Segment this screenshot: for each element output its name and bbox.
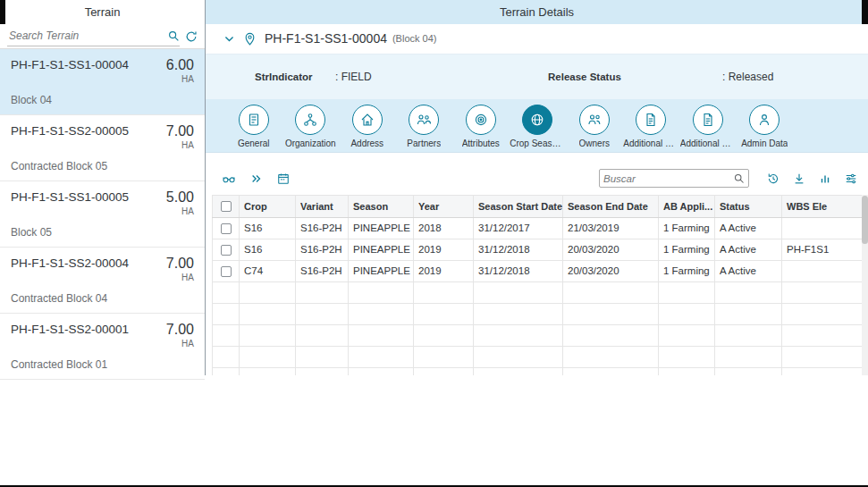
table-cell: 1 Farming — [659, 217, 715, 239]
column-header[interactable]: Season — [349, 195, 414, 217]
terrain-subtitle: Contracted Block 01 — [11, 358, 194, 371]
row-checkbox[interactable] — [221, 223, 232, 234]
terrain-id: PH-F1-S1-SS2-00005 — [11, 124, 129, 138]
glasses-button[interactable] — [222, 172, 236, 186]
map-pin-icon — [243, 32, 257, 46]
terrain-search-input[interactable] — [7, 29, 168, 42]
icon-tab-bar: GeneralOrganizationAddressPartnersAttrib… — [206, 99, 868, 153]
table-cell: 2019 — [414, 260, 474, 281]
column-header[interactable]: AB Appli... — [659, 195, 715, 217]
terrain-search-row — [0, 24, 205, 49]
terrain-id: PH-F1-S1-SS2-00001 — [11, 323, 129, 336]
tab-label: Owners — [579, 139, 610, 148]
tab-organization[interactable]: Organization — [282, 105, 340, 148]
search-icon[interactable] — [168, 30, 180, 42]
tab-owners[interactable]: Owners — [566, 105, 623, 148]
details-header: Terrain Details — [206, 0, 868, 24]
personalize-button[interactable] — [845, 172, 857, 185]
empty-row — [213, 346, 868, 367]
terrain-id: PH-F1-S1-SS1-00005 — [11, 190, 129, 204]
empty-row — [213, 367, 868, 375]
table-cell: 2019 — [414, 239, 474, 260]
terrain-search-field — [7, 27, 180, 46]
column-header[interactable]: Season End Date — [563, 195, 659, 217]
table-row[interactable]: S16S16-P2HPINEAPPLE201831/12/201721/03/2… — [213, 217, 868, 239]
row-checkbox[interactable] — [221, 266, 232, 277]
vertical-scrollbar[interactable] — [862, 195, 868, 375]
chevron-down-icon[interactable] — [223, 33, 235, 45]
column-header[interactable]: Status — [715, 195, 782, 217]
crop-seasons-table-wrap: CropVariantSeasonYearSeason Start DateSe… — [212, 195, 868, 375]
tab-admin-data[interactable]: Admin Data — [737, 105, 794, 148]
history-button[interactable] — [767, 172, 780, 185]
scrollbar-thumb[interactable] — [862, 196, 868, 244]
column-header[interactable]: Crop — [240, 195, 296, 217]
terrain-list-item[interactable]: PH-F1-S1-SS1-000046.00HABlock 04 — [0, 49, 205, 115]
form-icon — [239, 105, 269, 135]
toolbar-left-actions — [222, 172, 290, 186]
row-checkbox[interactable] — [221, 245, 232, 256]
search-icon[interactable] — [734, 173, 745, 184]
table-cell: PH-F1S1 — [782, 239, 868, 260]
form-label: Release Status — [548, 71, 722, 82]
table-cell: 1 Farming — [659, 260, 715, 281]
calendar-button[interactable] — [277, 172, 290, 185]
table-cell: 20/03/2020 — [563, 260, 659, 281]
table-cell: PINEAPPLE — [349, 239, 414, 260]
tab-attributes[interactable]: Attributes — [452, 105, 510, 148]
tab-partners[interactable]: Partners — [396, 105, 453, 148]
table-cell: PINEAPPLE — [349, 260, 414, 281]
tab-additional-d[interactable]: Additional D... — [623, 105, 680, 148]
terrain-area-value: 7.00 — [166, 256, 194, 272]
table-row[interactable]: C74S16-P2HPINEAPPLE201931/12/201820/03/2… — [213, 260, 868, 281]
crop-seasons-table: CropVariantSeasonYearSeason Start DateSe… — [212, 195, 868, 375]
form-value: : Released — [722, 71, 773, 83]
table-cell: 2018 — [414, 217, 474, 239]
terrain-list-item[interactable]: PH-F1-S1-SS2-000047.00HAContracted Block… — [0, 248, 205, 314]
terrain-panel-title: Terrain — [85, 5, 121, 19]
terrain-subtitle: Contracted Block 05 — [11, 160, 194, 172]
empty-row — [213, 303, 868, 324]
terrain-area-value: 6.00 — [166, 58, 194, 73]
table-search-input[interactable] — [603, 173, 734, 184]
column-header[interactable]: Year — [414, 195, 474, 217]
column-header[interactable]: WBS Ele — [782, 195, 868, 217]
tab-general[interactable]: General — [225, 105, 282, 148]
table-cell: 21/03/2019 — [563, 217, 659, 239]
tab-additional-d[interactable]: Additional D... — [679, 105, 737, 148]
table-cell: 1 Farming — [659, 239, 715, 260]
terrain-subtitle: Block 04 — [11, 94, 194, 106]
table-cell — [782, 217, 868, 239]
empty-row — [213, 324, 868, 346]
empty-row — [213, 281, 868, 303]
select-all-cell[interactable] — [213, 195, 240, 217]
refresh-icon[interactable] — [185, 30, 198, 43]
double-chevron-right-button[interactable] — [250, 172, 263, 185]
terrain-list-item[interactable]: PH-F1-S1-SS2-000057.00HAContracted Block… — [0, 115, 205, 181]
terrain-panel-header: Terrain — [0, 0, 205, 24]
tab-label: Partners — [407, 139, 441, 148]
select-all-checkbox[interactable] — [221, 201, 232, 212]
chart-button[interactable] — [819, 172, 831, 185]
partners-icon — [409, 105, 439, 135]
terrain-list-item[interactable]: PH-F1-S1-SS1-000055.00HABlock 05 — [0, 181, 205, 248]
column-header[interactable]: Season Start Date — [474, 195, 563, 217]
tab-address[interactable]: Address — [339, 105, 396, 148]
address-icon — [352, 105, 383, 135]
terrain-area-unit: HA — [166, 206, 194, 216]
form-value: : FIELD — [335, 71, 372, 83]
table-cell: 20/03/2020 — [563, 239, 659, 260]
application-window: Terrain PH-F1-S1-SS1-000046.00HABlock 04… — [0, 0, 868, 375]
table-row[interactable]: S16S16-P2HPINEAPPLE201931/12/201820/03/2… — [213, 239, 868, 260]
tab-label: General — [238, 139, 270, 148]
tab-label: Admin Data — [741, 139, 788, 148]
table-cell: PINEAPPLE — [349, 217, 414, 239]
terrain-area-unit: HA — [166, 339, 194, 348]
column-header[interactable]: Variant — [296, 195, 349, 217]
download-button[interactable] — [793, 172, 805, 185]
window-edge-top-left — [0, 0, 5, 24]
terrain-list-item[interactable]: PH-F1-S1-SS2-000017.00HAContracted Block… — [0, 314, 205, 380]
org-icon — [295, 105, 325, 135]
terrain-subtitle: Block 05 — [11, 226, 194, 239]
tab-crop-seasons[interactable]: Crop Seasons — [510, 105, 567, 148]
